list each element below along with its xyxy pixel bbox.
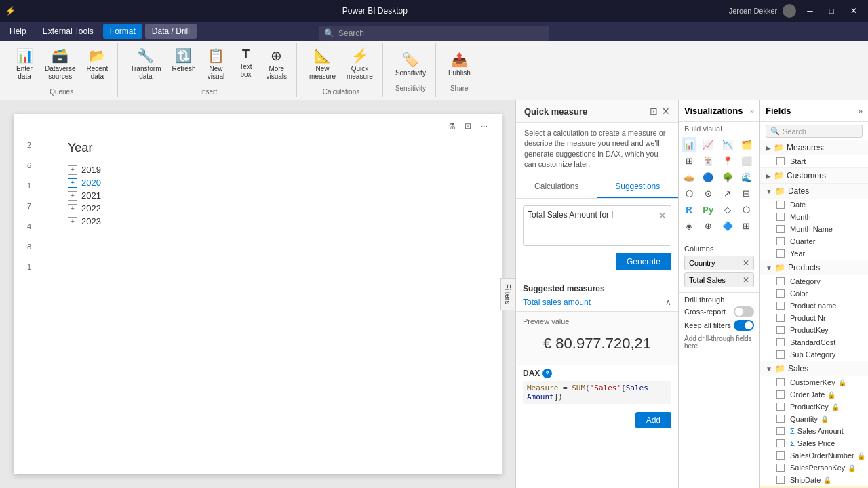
tree-group-products-header[interactable]: ▼ 📁 Products <box>760 260 868 275</box>
more-visuals-btn[interactable]: ⊕ Morevisuals <box>262 45 291 83</box>
viz-icon-r[interactable]: R <box>682 202 696 217</box>
expand-2019[interactable]: + <box>68 165 77 175</box>
filter-toolbar-btn[interactable]: ⚗ <box>445 119 458 133</box>
checkbox-date[interactable] <box>776 201 785 209</box>
tree-item-standard-cost[interactable]: StandardCost <box>760 336 868 348</box>
recent-data-btn[interactable]: 📂 Recentdata <box>83 45 113 83</box>
viz-icon-waterfall[interactable]: 🌊 <box>739 169 754 184</box>
generate-button[interactable]: Generate <box>616 253 671 270</box>
keep-filters-toggle[interactable] <box>734 320 754 331</box>
tree-item-shipdate[interactable]: ShipDate 🔒 <box>760 474 868 486</box>
checkbox-month[interactable] <box>776 213 785 221</box>
tree-item-quantity[interactable]: Quantity 🔒 <box>760 413 868 425</box>
tree-item-year[interactable]: Year <box>760 247 868 260</box>
year-item-2021[interactable]: + 2021 <box>68 189 101 202</box>
tree-item-category[interactable]: Category <box>760 275 868 287</box>
checkbox-quarter[interactable] <box>776 237 785 245</box>
viz-icon-card[interactable]: 🃏 <box>701 153 715 168</box>
new-visual-btn[interactable]: 📋 Newvisual <box>202 45 229 83</box>
viz-icon-table[interactable]: 🗂️ <box>739 137 754 152</box>
viz-icon-custom5[interactable]: 🔷 <box>720 218 735 233</box>
viz-icon-kpi[interactable]: ↗ <box>720 186 735 201</box>
checkbox-quantity[interactable] <box>776 415 785 423</box>
viz-icon-custom2[interactable]: ⬡ <box>739 202 754 217</box>
enter-data-btn[interactable]: 📊 Enterdata <box>11 45 38 83</box>
cross-report-toggle[interactable] <box>734 306 754 317</box>
checkbox-sub-category[interactable] <box>776 350 785 359</box>
viz-icon-slicer[interactable]: ⊟ <box>739 186 754 201</box>
checkbox-product-nr[interactable] <box>776 314 785 322</box>
minimize-btn[interactable]: ─ <box>802 6 818 16</box>
refresh-btn[interactable]: 🔃 Refresh <box>167 45 199 83</box>
tree-group-dates-header[interactable]: ▼ 📁 Dates <box>760 184 868 199</box>
dataverse-btn[interactable]: 🗃️ Dataversesources <box>41 45 80 83</box>
checkbox-shipdate[interactable] <box>776 476 785 484</box>
menu-item-format[interactable]: Format <box>103 24 142 39</box>
expand-2021[interactable]: + <box>68 191 77 201</box>
checkbox-customerkey[interactable] <box>776 378 785 386</box>
checkbox-sales-price[interactable] <box>776 439 785 447</box>
tree-item-sub-category[interactable]: Sub Category <box>760 348 868 361</box>
menu-item-help[interactable]: Help <box>3 24 33 39</box>
text-box-btn[interactable]: T Textbox <box>232 45 259 83</box>
tree-item-sales-amount[interactable]: Σ Sales Amount <box>760 425 868 437</box>
tree-item-product-nr[interactable]: Product Nr <box>760 312 868 324</box>
fields-search[interactable]: 🔍 Search <box>766 125 863 138</box>
text-input-area[interactable]: Total Sales Amount for l ✕ <box>523 205 671 246</box>
tree-item-sales-price[interactable]: Σ Sales Price <box>760 437 868 449</box>
viz-icon-custom4[interactable]: ⊕ <box>701 218 715 233</box>
canvas-area[interactable]: Filters ⚗ ⊡ ··· 2 6 1 7 4 8 1 Year <box>0 100 515 488</box>
checkbox-standard-cost[interactable] <box>776 338 785 346</box>
menu-item-external-tools[interactable]: External Tools <box>36 24 100 39</box>
viz-icon-line[interactable]: 📈 <box>701 137 715 152</box>
filters-tab[interactable]: Filters <box>500 278 515 310</box>
suggestion-item-total-sales[interactable]: Total sales amount ∧ <box>516 293 678 311</box>
tab-calculations[interactable]: Calculations <box>516 176 597 198</box>
tree-item-quarter[interactable]: Quarter <box>760 235 868 247</box>
tree-item-salespersonkey[interactable]: SalesPersonKey 🔒 <box>760 462 868 474</box>
viz-icon-py[interactable]: Py <box>701 202 715 217</box>
close-panel-btn[interactable]: ✕ <box>662 106 670 117</box>
viz-icon-gauge[interactable]: ⊙ <box>701 186 715 201</box>
add-button[interactable]: Add <box>635 412 671 428</box>
clear-input-btn[interactable]: ✕ <box>658 210 667 221</box>
viz-icon-scatter[interactable]: 🔵 <box>701 169 715 184</box>
checkbox-product-name[interactable] <box>776 302 785 310</box>
checkbox-month-name[interactable] <box>776 225 785 233</box>
tree-item-orderdate[interactable]: OrderDate 🔒 <box>760 388 868 401</box>
tree-group-customers-header[interactable]: ▶ 📁 Customers <box>760 168 868 183</box>
focus-toolbar-btn[interactable]: ⊡ <box>461 119 475 133</box>
fields-expand-btn[interactable]: » <box>858 106 863 116</box>
tree-item-color[interactable]: Color <box>760 287 868 300</box>
menu-item-data-drill[interactable]: Data / Drill <box>145 24 197 39</box>
more-toolbar-btn[interactable]: ··· <box>477 119 491 133</box>
tree-item-productkey[interactable]: ProductKey <box>760 324 868 336</box>
tree-item-product-name[interactable]: Product name <box>760 300 868 312</box>
tree-item-month[interactable]: Month <box>760 211 868 223</box>
year-item-2020[interactable]: + 2020 <box>68 176 101 189</box>
tree-item-start[interactable]: Start <box>760 155 868 167</box>
checkbox-salesordernumber[interactable] <box>776 451 785 460</box>
checkbox-color[interactable] <box>776 289 785 298</box>
tree-item-date[interactable]: Date <box>760 199 868 211</box>
publish-btn[interactable]: 📤 Publish <box>444 49 475 79</box>
year-item-2022[interactable]: + 2022 <box>68 202 101 215</box>
year-item-2023[interactable]: + 2023 <box>68 215 101 228</box>
remove-totalsales-btn[interactable]: ✕ <box>743 275 749 285</box>
viz-icon-custom3[interactable]: ◈ <box>682 218 696 233</box>
tab-suggestions[interactable]: Suggestions <box>597 176 679 198</box>
tree-group-measures-header[interactable]: ▶ 📁 Measures: <box>760 140 868 155</box>
viz-icon-custom1[interactable]: ◇ <box>720 202 735 217</box>
restore-btn[interactable]: □ <box>824 6 840 16</box>
tree-item-salesordernumber[interactable]: SalesOrderNumber 🔒 <box>760 449 868 462</box>
tree-item-customerkey[interactable]: CustomerKey 🔒 <box>760 376 868 388</box>
expand-panel-btn[interactable]: ⊡ <box>650 106 658 117</box>
tree-group-sales-header[interactable]: ▼ 📁 Sales <box>760 361 868 376</box>
checkbox-category[interactable] <box>776 277 785 285</box>
checkbox-salespersonkey[interactable] <box>776 464 785 472</box>
expand-2023[interactable]: + <box>68 217 77 226</box>
tree-item-productkey-sales[interactable]: ProductKey 🔒 <box>760 401 868 413</box>
quick-measure-btn[interactable]: ⚡ Quickmeasure <box>342 45 377 83</box>
column-chip-country[interactable]: Country ✕ <box>684 256 754 270</box>
year-item-2019[interactable]: + 2019 <box>68 163 101 176</box>
